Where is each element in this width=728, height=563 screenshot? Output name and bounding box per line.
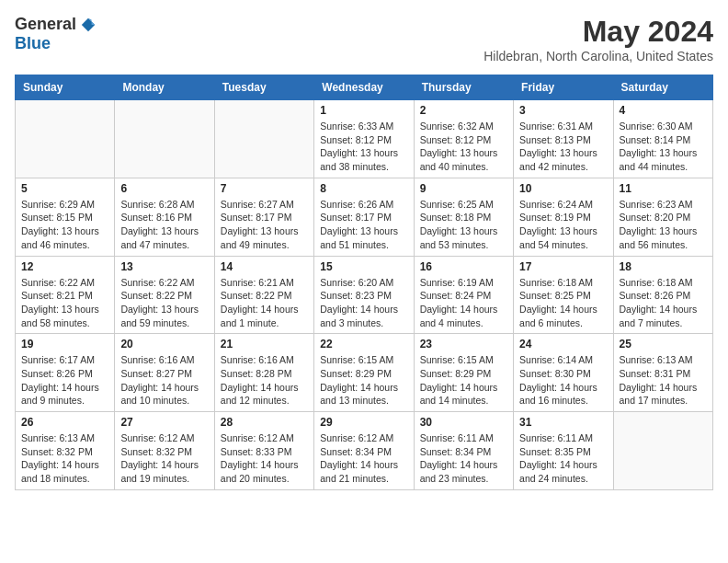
day-number: 18 [620, 260, 707, 273]
calendar-cell: 1Sunrise: 6:33 AM Sunset: 8:12 PM Daylig… [314, 100, 414, 178]
calendar-cell: 11Sunrise: 6:23 AM Sunset: 8:20 PM Dayli… [613, 178, 712, 256]
day-info: Sunrise: 6:20 AM Sunset: 8:23 PM Dayligh… [320, 276, 407, 330]
day-number: 27 [120, 416, 208, 429]
calendar-cell: 19Sunrise: 6:17 AM Sunset: 8:26 PM Dayli… [16, 334, 115, 412]
calendar-week-row: 1Sunrise: 6:33 AM Sunset: 8:12 PM Daylig… [16, 100, 713, 178]
day-info: Sunrise: 6:31 AM Sunset: 8:13 PM Dayligh… [519, 120, 607, 174]
day-info: Sunrise: 6:28 AM Sunset: 8:16 PM Dayligh… [120, 198, 208, 252]
calendar-cell [115, 100, 214, 178]
day-number: 11 [620, 182, 707, 195]
day-number: 24 [519, 338, 607, 350]
calendar-cell: 5Sunrise: 6:29 AM Sunset: 8:15 PM Daylig… [16, 178, 115, 256]
day-number: 29 [320, 416, 407, 429]
day-number: 14 [221, 260, 308, 273]
day-info: Sunrise: 6:15 AM Sunset: 8:29 PM Dayligh… [320, 353, 407, 408]
calendar-table: SundayMondayTuesdayWednesdayThursdayFrid… [15, 75, 713, 490]
calendar-cell: 2Sunrise: 6:32 AM Sunset: 8:12 PM Daylig… [414, 100, 513, 178]
day-number: 16 [420, 260, 507, 273]
day-number: 22 [320, 338, 407, 350]
calendar-cell: 30Sunrise: 6:11 AM Sunset: 8:34 PM Dayli… [414, 412, 513, 490]
day-info: Sunrise: 6:13 AM Sunset: 8:31 PM Dayligh… [620, 353, 707, 408]
day-info: Sunrise: 6:22 AM Sunset: 8:21 PM Dayligh… [21, 276, 108, 330]
day-info: Sunrise: 6:29 AM Sunset: 8:15 PM Dayligh… [21, 198, 108, 252]
day-info: Sunrise: 6:27 AM Sunset: 8:17 PM Dayligh… [221, 198, 308, 252]
day-info: Sunrise: 6:19 AM Sunset: 8:24 PM Dayligh… [420, 276, 507, 330]
day-info: Sunrise: 6:17 AM Sunset: 8:26 PM Dayligh… [21, 353, 108, 408]
calendar-cell: 6Sunrise: 6:28 AM Sunset: 8:16 PM Daylig… [115, 178, 214, 256]
page-header: General Blue May 2024 Hildebran, North C… [15, 15, 713, 63]
day-of-week-saturday: Saturday [613, 75, 712, 100]
calendar-cell: 4Sunrise: 6:30 AM Sunset: 8:14 PM Daylig… [613, 100, 712, 178]
day-number: 5 [21, 182, 108, 195]
calendar-cell: 31Sunrise: 6:11 AM Sunset: 8:35 PM Dayli… [514, 412, 613, 490]
day-number: 2 [420, 104, 507, 117]
day-info: Sunrise: 6:12 AM Sunset: 8:33 PM Dayligh… [221, 431, 308, 486]
calendar-cell: 24Sunrise: 6:14 AM Sunset: 8:30 PM Dayli… [514, 334, 613, 412]
day-info: Sunrise: 6:14 AM Sunset: 8:30 PM Dayligh… [519, 353, 607, 408]
calendar-cell: 12Sunrise: 6:22 AM Sunset: 8:21 PM Dayli… [16, 256, 115, 334]
day-info: Sunrise: 6:26 AM Sunset: 8:17 PM Dayligh… [320, 198, 407, 252]
calendar-cell: 3Sunrise: 6:31 AM Sunset: 8:13 PM Daylig… [514, 100, 613, 178]
calendar-week-row: 12Sunrise: 6:22 AM Sunset: 8:21 PM Dayli… [16, 256, 713, 334]
day-info: Sunrise: 6:32 AM Sunset: 8:12 PM Dayligh… [420, 120, 507, 174]
day-info: Sunrise: 6:25 AM Sunset: 8:18 PM Dayligh… [420, 198, 507, 252]
day-info: Sunrise: 6:18 AM Sunset: 8:26 PM Dayligh… [620, 276, 707, 330]
day-number: 17 [519, 260, 607, 273]
calendar-cell [214, 100, 313, 178]
calendar-cell: 25Sunrise: 6:13 AM Sunset: 8:31 PM Dayli… [613, 334, 712, 412]
calendar-cell: 28Sunrise: 6:12 AM Sunset: 8:33 PM Dayli… [214, 412, 313, 490]
day-number: 9 [420, 182, 507, 195]
day-of-week-thursday: Thursday [414, 75, 513, 100]
calendar-cell: 10Sunrise: 6:24 AM Sunset: 8:19 PM Dayli… [514, 178, 613, 256]
day-of-week-tuesday: Tuesday [214, 75, 313, 100]
title-block: May 2024 Hildebran, North Carolina, Unit… [483, 15, 713, 63]
calendar-cell: 16Sunrise: 6:19 AM Sunset: 8:24 PM Dayli… [414, 256, 513, 334]
day-number: 28 [221, 416, 308, 429]
calendar-cell: 20Sunrise: 6:16 AM Sunset: 8:27 PM Dayli… [115, 334, 214, 412]
month-year-title: May 2024 [483, 15, 713, 49]
day-number: 3 [519, 104, 607, 117]
day-of-week-sunday: Sunday [16, 75, 115, 100]
day-info: Sunrise: 6:12 AM Sunset: 8:32 PM Dayligh… [120, 431, 208, 486]
calendar-cell: 26Sunrise: 6:13 AM Sunset: 8:32 PM Dayli… [16, 412, 115, 490]
day-info: Sunrise: 6:21 AM Sunset: 8:22 PM Dayligh… [221, 276, 308, 330]
day-number: 20 [120, 338, 208, 350]
calendar-cell: 23Sunrise: 6:15 AM Sunset: 8:29 PM Dayli… [414, 334, 513, 412]
day-info: Sunrise: 6:12 AM Sunset: 8:34 PM Dayligh… [320, 431, 407, 486]
calendar-cell [613, 412, 712, 490]
calendar-cell: 17Sunrise: 6:18 AM Sunset: 8:25 PM Dayli… [514, 256, 613, 334]
calendar-week-row: 26Sunrise: 6:13 AM Sunset: 8:32 PM Dayli… [16, 412, 713, 490]
day-number: 8 [320, 182, 407, 195]
calendar-cell: 29Sunrise: 6:12 AM Sunset: 8:34 PM Dayli… [314, 412, 414, 490]
calendar-header-row: SundayMondayTuesdayWednesdayThursdayFrid… [16, 75, 713, 100]
logo-icon [80, 17, 97, 33]
day-number: 26 [21, 416, 108, 429]
logo: General Blue [15, 15, 97, 53]
day-number: 23 [420, 338, 507, 350]
day-number: 19 [21, 338, 108, 350]
day-info: Sunrise: 6:16 AM Sunset: 8:28 PM Dayligh… [221, 353, 308, 408]
calendar-cell: 8Sunrise: 6:26 AM Sunset: 8:17 PM Daylig… [314, 178, 414, 256]
day-info: Sunrise: 6:11 AM Sunset: 8:35 PM Dayligh… [519, 431, 607, 486]
calendar-cell: 27Sunrise: 6:12 AM Sunset: 8:32 PM Dayli… [115, 412, 214, 490]
calendar-cell: 15Sunrise: 6:20 AM Sunset: 8:23 PM Dayli… [314, 256, 414, 334]
calendar-cell [16, 100, 115, 178]
day-info: Sunrise: 6:30 AM Sunset: 8:14 PM Dayligh… [620, 120, 707, 174]
calendar-cell: 22Sunrise: 6:15 AM Sunset: 8:29 PM Dayli… [314, 334, 414, 412]
day-info: Sunrise: 6:13 AM Sunset: 8:32 PM Dayligh… [21, 431, 108, 486]
day-number: 30 [420, 416, 507, 429]
day-number: 1 [320, 104, 407, 117]
calendar-week-row: 19Sunrise: 6:17 AM Sunset: 8:26 PM Dayli… [16, 334, 713, 412]
day-number: 25 [620, 338, 707, 350]
calendar-cell: 9Sunrise: 6:25 AM Sunset: 8:18 PM Daylig… [414, 178, 513, 256]
day-info: Sunrise: 6:11 AM Sunset: 8:34 PM Dayligh… [420, 431, 507, 486]
day-info: Sunrise: 6:18 AM Sunset: 8:25 PM Dayligh… [519, 276, 607, 330]
location-text: Hildebran, North Carolina, United States [483, 49, 713, 63]
day-info: Sunrise: 6:15 AM Sunset: 8:29 PM Dayligh… [420, 353, 507, 408]
day-info: Sunrise: 6:33 AM Sunset: 8:12 PM Dayligh… [320, 120, 407, 174]
day-number: 15 [320, 260, 407, 273]
day-number: 21 [221, 338, 308, 350]
logo-blue-text: Blue [15, 34, 51, 53]
day-number: 10 [519, 182, 607, 195]
calendar-week-row: 5Sunrise: 6:29 AM Sunset: 8:15 PM Daylig… [16, 178, 713, 256]
